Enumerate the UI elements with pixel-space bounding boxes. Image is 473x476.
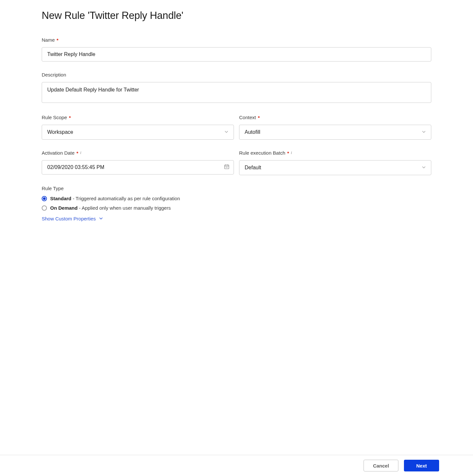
rule-type-ondemand-desc: - Applied only when user manually trigge…: [78, 205, 171, 211]
description-input[interactable]: Update Default Reply Handle for Twitter: [42, 82, 431, 103]
required-icon: [287, 152, 289, 153]
activation-date-label-text: Activation Date: [42, 150, 75, 156]
cancel-button[interactable]: Cancel: [364, 460, 398, 471]
rule-type-field: Rule Type Standard - Triggered automatic…: [42, 186, 431, 211]
rule-scope-label-text: Rule Scope: [42, 115, 67, 120]
execution-batch-label-text: Rule execution Batch: [239, 150, 285, 156]
activation-date-field: Activation Date i 02/09/2020 03:55:45 PM…: [42, 150, 234, 175]
rule-type-ondemand-radio[interactable]: On Demand - Applied only when user manua…: [42, 205, 431, 211]
required-icon: [258, 116, 260, 118]
next-button[interactable]: Next: [404, 460, 439, 471]
activation-date-value: 02/09/2020 03:55:45 PM: [47, 164, 104, 170]
rule-scope-select[interactable]: Workspace: [42, 125, 234, 140]
description-field: Description Update Default Reply Handle …: [42, 72, 431, 104]
rule-scope-field: Rule Scope Workspace: [42, 115, 234, 140]
radio-selected-icon: [42, 196, 47, 201]
execution-batch-select[interactable]: Default: [239, 160, 431, 175]
page-title: New Rule 'Twitter Reply Handle': [42, 10, 431, 21]
activation-date-label: Activation Date i: [42, 150, 234, 156]
rule-scope-label: Rule Scope: [42, 115, 234, 120]
rule-type-standard-title: Standard: [50, 196, 71, 201]
execution-batch-value: Default: [245, 165, 261, 171]
context-field: Context Autofill: [239, 115, 431, 140]
execution-batch-field: Rule execution Batch i Default: [239, 150, 431, 175]
chevron-down-icon: [422, 165, 426, 171]
chevron-down-icon: [422, 129, 426, 135]
activation-date-input[interactable]: 02/09/2020 03:55:45 PM 21: [42, 160, 234, 175]
context-value: Autofill: [245, 129, 260, 135]
required-icon: [69, 116, 71, 118]
rule-type-standard-radio[interactable]: Standard - Triggered automatically as pe…: [42, 196, 431, 201]
footer: Cancel Next: [0, 455, 473, 476]
svg-text:21: 21: [226, 166, 228, 168]
show-custom-properties-link[interactable]: Show Custom Properties: [42, 216, 103, 221]
context-label: Context: [239, 115, 431, 120]
show-custom-properties-text: Show Custom Properties: [42, 216, 96, 221]
required-icon: [57, 39, 58, 40]
description-label: Description: [42, 72, 431, 77]
description-label-text: Description: [42, 72, 66, 77]
name-label-text: Name: [42, 37, 55, 43]
context-select[interactable]: Autofill: [239, 125, 431, 140]
calendar-icon[interactable]: 21: [224, 164, 230, 171]
rule-type-standard-desc: - Triggered automatically as per rule co…: [71, 196, 180, 201]
rule-type-label: Rule Type: [42, 186, 431, 191]
radio-unselected-icon: [42, 205, 47, 211]
info-icon[interactable]: i: [291, 150, 292, 155]
rule-scope-value: Workspace: [47, 129, 73, 135]
name-label: Name: [42, 37, 431, 43]
info-icon[interactable]: i: [80, 150, 81, 155]
context-label-text: Context: [239, 115, 256, 120]
name-field: Name: [42, 37, 431, 62]
required-icon: [77, 152, 78, 153]
chevron-down-icon: [99, 216, 103, 221]
execution-batch-label: Rule execution Batch i: [239, 150, 431, 156]
rule-type-ondemand-title: On Demand: [50, 205, 78, 211]
name-input[interactable]: [42, 47, 431, 62]
chevron-down-icon: [224, 129, 228, 135]
